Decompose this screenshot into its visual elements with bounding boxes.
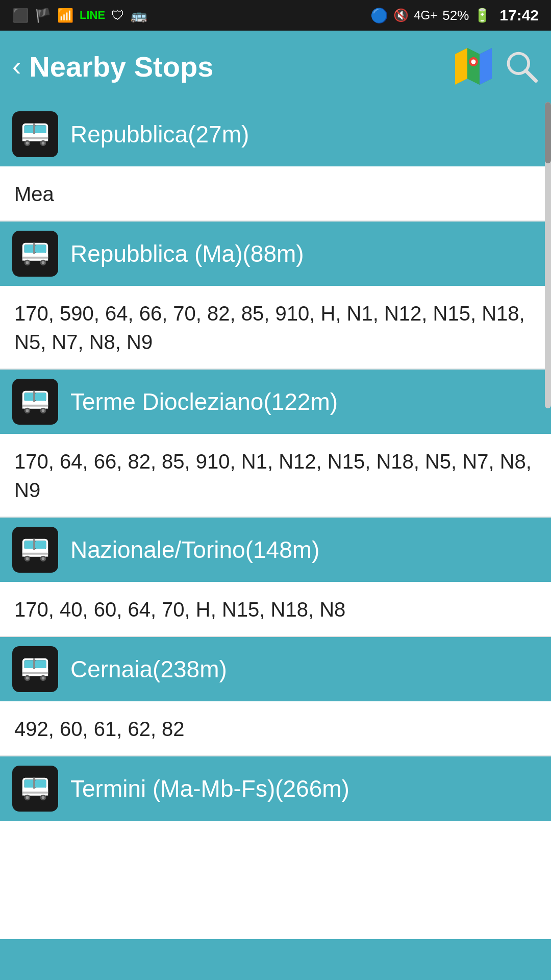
stop-routes: 492, 60, 61, 62, 82 (0, 702, 551, 756)
flag-icon: 🏴 (35, 8, 51, 23)
svg-rect-39 (22, 405, 48, 407)
stop-name: Repubblica(27m) (70, 120, 249, 148)
stop-item: Repubblica (Ma)(88m) 170, 590, 64, 66, 7… (0, 222, 551, 370)
svg-point-69 (26, 796, 29, 799)
svg-rect-67 (35, 780, 46, 788)
svg-rect-11 (24, 126, 34, 134)
bus-icon-box (12, 379, 58, 425)
stop-name: Repubblica (Ma)(88m) (70, 240, 304, 267)
stop-item: Nazionale/Torino(148m) 170, 40, 60, 64, … (0, 518, 551, 637)
bus-icon (19, 773, 51, 804)
stop-header[interactable]: Termini (Ma-Mb-Fs)(266m) (0, 756, 551, 822)
stop-header[interactable]: Nazionale/Torino(148m) (0, 518, 551, 583)
svg-point-27 (42, 261, 45, 264)
stop-header[interactable]: Repubblica (Ma)(88m) (0, 222, 551, 287)
svg-rect-44 (24, 541, 34, 549)
stop-header[interactable]: Terme Diocleziano(122m) (0, 370, 551, 435)
svg-marker-1 (455, 48, 467, 85)
status-icons-right: 🔵 🔇 4G+ 52% 🔋 17:42 (370, 7, 539, 24)
svg-rect-61 (22, 672, 48, 674)
svg-point-71 (42, 796, 45, 799)
svg-line-7 (526, 71, 536, 81)
svg-rect-29 (33, 243, 35, 254)
svg-rect-51 (33, 539, 35, 550)
svg-rect-56 (35, 660, 46, 669)
svg-point-16 (42, 142, 45, 145)
scrollbar-thumb[interactable] (545, 102, 551, 163)
svg-rect-33 (24, 393, 34, 401)
svg-rect-45 (35, 541, 46, 549)
bus-icon (19, 653, 51, 685)
mute-icon: 🔇 (393, 8, 409, 22)
svg-point-36 (26, 409, 29, 412)
bus-status-icon: 🚌 (131, 8, 147, 23)
map-icon (455, 48, 492, 85)
svg-rect-18 (33, 124, 35, 134)
stop-routes: 170, 590, 64, 66, 70, 82, 85, 910, H, N1… (0, 287, 551, 370)
search-icon (504, 49, 539, 84)
svg-point-25 (26, 261, 29, 264)
screenshot-icon: ⬛ (12, 8, 29, 23)
svg-rect-72 (22, 792, 48, 794)
stop-item: Repubblica(27m) Mea (0, 102, 551, 222)
svg-point-14 (26, 142, 29, 145)
bus-icon-box (12, 527, 58, 573)
svg-rect-12 (35, 126, 46, 134)
stop-item: Cernaia(238m) 492, 60, 61, 62, 82 (0, 637, 551, 756)
line-icon: LINE (80, 9, 105, 22)
status-bar: ⬛ 🏴 📶 LINE 🛡 🚌 🔵 🔇 4G+ 52% 🔋 17:42 (0, 0, 551, 31)
bus-icon (19, 386, 51, 418)
svg-rect-73 (33, 778, 35, 789)
signal-strength: 4G+ (414, 8, 437, 22)
status-time: 17:42 (499, 7, 539, 24)
bus-icon (19, 118, 51, 150)
stop-name: Cernaia(238m) (70, 655, 227, 683)
svg-rect-28 (22, 257, 48, 259)
stop-name: Nazionale/Torino(148m) (70, 536, 319, 564)
stop-name: Terme Diocleziano(122m) (70, 388, 338, 415)
status-icons-left: ⬛ 🏴 📶 LINE 🛡 🚌 (12, 8, 147, 23)
stop-routes: 170, 64, 66, 82, 85, 910, N1, N12, N15, … (0, 435, 551, 518)
svg-point-60 (42, 677, 45, 680)
svg-rect-22 (24, 245, 34, 253)
svg-rect-66 (24, 780, 34, 788)
app-bar-actions (455, 48, 539, 85)
search-button[interactable] (504, 49, 539, 84)
wifi-icon: 📶 (57, 8, 73, 23)
svg-rect-34 (35, 393, 46, 401)
app-bar: ‹ Nearby Stops (0, 31, 551, 102)
stop-name: Termini (Ma-Mb-Fs)(266m) (70, 775, 349, 802)
bus-icon-box (12, 231, 58, 277)
bus-icon (19, 534, 51, 566)
svg-marker-2 (480, 48, 492, 85)
svg-rect-55 (24, 660, 34, 669)
svg-rect-23 (35, 245, 46, 253)
stop-item: Termini (Ma-Mb-Fs)(266m) (0, 756, 551, 822)
bus-icon-box (12, 111, 58, 157)
svg-point-49 (42, 557, 45, 560)
bus-icon-box (12, 646, 58, 692)
stop-item: Terme Diocleziano(122m) 170, 64, 66, 82,… (0, 370, 551, 518)
svg-point-47 (26, 557, 29, 560)
stop-header[interactable]: Repubblica(27m) (0, 102, 551, 167)
svg-point-5 (471, 60, 476, 64)
stop-routes: 170, 40, 60, 64, 70, H, N15, N18, N8 (0, 583, 551, 637)
battery-percent: 52% (442, 8, 469, 23)
svg-rect-17 (22, 137, 48, 139)
bluetooth-icon: 🔵 (370, 7, 388, 24)
bottom-nav-bar (0, 939, 551, 980)
back-button[interactable]: ‹ (12, 53, 21, 80)
stop-list: Repubblica(27m) Mea (0, 102, 551, 822)
svg-rect-50 (22, 553, 48, 555)
svg-rect-40 (33, 391, 35, 402)
svg-point-38 (42, 409, 45, 412)
scrollbar-track[interactable] (545, 102, 551, 408)
svg-rect-62 (33, 658, 35, 669)
svg-point-58 (26, 677, 29, 680)
stop-header[interactable]: Cernaia(238m) (0, 637, 551, 702)
vpn-icon: 🛡 (111, 8, 124, 23)
stop-routes: Mea (0, 167, 551, 222)
bus-icon-box (12, 766, 58, 812)
map-button[interactable] (455, 48, 492, 85)
page-title: Nearby Stops (29, 50, 455, 83)
